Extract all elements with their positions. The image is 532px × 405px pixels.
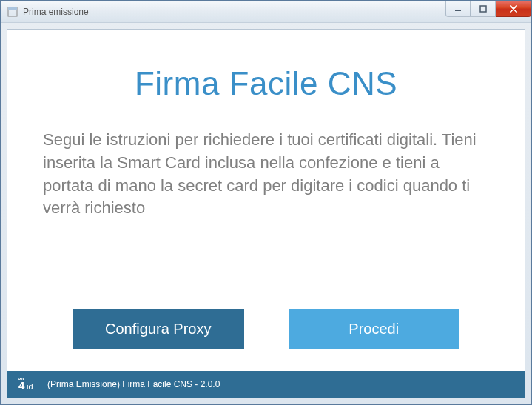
maximize-button[interactable] bbox=[471, 1, 496, 17]
titlebar: Prima emissione bbox=[1, 1, 531, 23]
content-frame: Firma Facile CNS Segui le istruzioni per… bbox=[7, 29, 525, 398]
proceed-button[interactable]: Procedi bbox=[289, 309, 460, 349]
configure-proxy-button[interactable]: Configura Proxy bbox=[73, 309, 244, 349]
page-title: Firma Facile CNS bbox=[43, 65, 489, 102]
instructions-text: Segui le istruzioni per richiedere i tuo… bbox=[43, 129, 489, 220]
svg-text:id: id bbox=[27, 382, 33, 391]
svg-rect-3 bbox=[480, 6, 486, 12]
statusbar: bit 4 id (Prima Emissione) Firma Facile … bbox=[7, 371, 525, 398]
close-button[interactable] bbox=[496, 1, 531, 17]
status-text: (Prima Emissione) Firma Facile CNS - 2.0… bbox=[47, 379, 220, 389]
window-title: Prima emissione bbox=[23, 7, 89, 17]
brand-logo-icon: bit 4 id bbox=[18, 378, 38, 391]
minimize-button[interactable] bbox=[445, 1, 471, 17]
app-window: Prima emissione Firma Facile CNS Segui l… bbox=[0, 0, 532, 405]
app-icon bbox=[7, 6, 18, 18]
content-main: Firma Facile CNS Segui le istruzioni per… bbox=[7, 30, 525, 309]
svg-rect-2 bbox=[455, 10, 461, 11]
svg-rect-1 bbox=[8, 7, 17, 10]
svg-text:4: 4 bbox=[18, 379, 25, 391]
window-controls bbox=[445, 1, 531, 17]
button-row: Configura Proxy Procedi bbox=[7, 309, 525, 371]
